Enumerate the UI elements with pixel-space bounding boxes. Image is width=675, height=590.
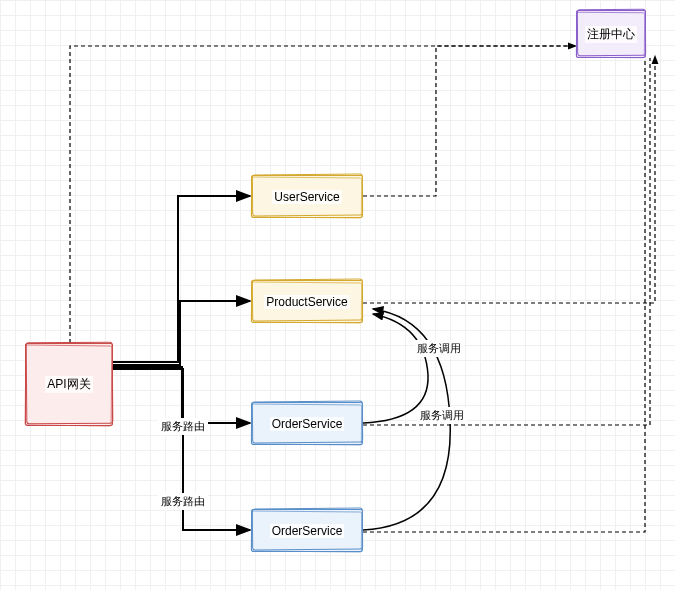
edge-label-route-2: 服务路由 (158, 493, 208, 510)
node-order-service-1: OrderService (251, 402, 363, 445)
node-api-gateway: API网关 (25, 343, 113, 426)
order-service-1-label: OrderService (270, 417, 345, 431)
node-order-service-2: OrderService (251, 509, 363, 552)
node-product-service: ProductService (251, 280, 363, 323)
node-registry: 注册中心 (576, 10, 646, 58)
user-service-label: UserService (272, 190, 341, 204)
edge-label-call-2: 服务调用 (417, 407, 467, 424)
order-service-2-label: OrderService (270, 524, 345, 538)
edge-label-route-1: 服务路由 (158, 418, 208, 435)
edge-label-call-1: 服务调用 (414, 340, 464, 357)
registry-label: 注册中心 (585, 26, 637, 43)
product-service-label: ProductService (264, 295, 349, 309)
node-user-service: UserService (251, 175, 363, 218)
api-gateway-label: API网关 (45, 376, 92, 393)
